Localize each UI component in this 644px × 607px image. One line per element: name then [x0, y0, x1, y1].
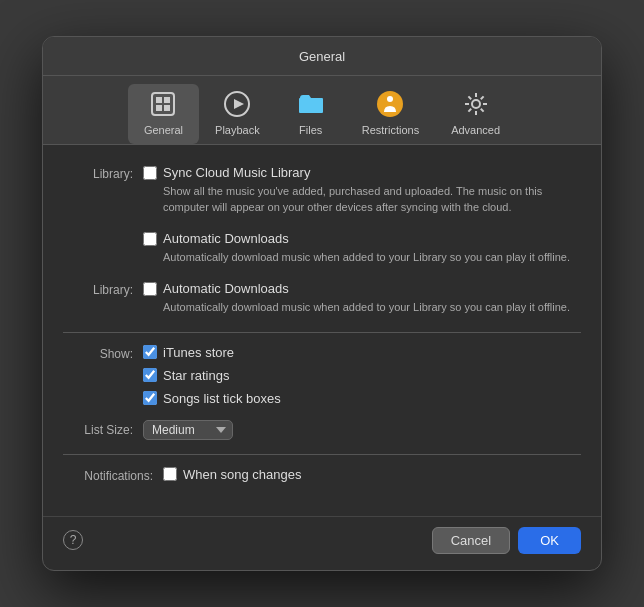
auto-downloads-content-1: Automatic Downloads Automatically downlo…: [143, 231, 581, 269]
library-label-2: Library:: [63, 281, 143, 297]
svg-rect-4: [164, 105, 170, 111]
ok-button[interactable]: OK: [518, 527, 581, 554]
star-ratings-checkbox[interactable]: [143, 368, 157, 382]
toolbar: General Playback Files: [43, 76, 601, 145]
itunes-store-label: iTunes store: [163, 345, 234, 360]
restrictions-icon: [374, 88, 406, 120]
auto-downloads-row-1: Automatic Downloads Automatically downlo…: [63, 231, 581, 269]
auto-downloads-checkbox-1[interactable]: [143, 232, 157, 246]
when-song-changes-checkbox[interactable]: [163, 467, 177, 481]
dialog-title: General: [299, 49, 345, 64]
footer: ? Cancel OK: [43, 516, 601, 570]
list-size-row: List Size: Small Medium Large: [63, 420, 581, 440]
auto-downloads-label-2: Automatic Downloads: [163, 281, 289, 296]
auto-downloads-row-2: Library: Automatic Downloads Automatical…: [63, 281, 581, 319]
show-label: Show:: [63, 345, 143, 361]
svg-point-8: [387, 96, 393, 102]
svg-rect-0: [152, 93, 174, 115]
help-icon: ?: [70, 533, 77, 547]
advanced-icon: [460, 88, 492, 120]
files-icon: [295, 88, 327, 120]
sync-cloud-description: Show all the music you've added, purchas…: [163, 184, 581, 215]
tab-files-label: Files: [299, 124, 322, 136]
svg-point-7: [377, 91, 403, 117]
svg-line-16: [480, 97, 483, 100]
star-ratings-row: Star ratings: [143, 368, 281, 383]
show-items: iTunes store Star ratings Songs list tic…: [143, 345, 281, 410]
tab-files[interactable]: Files: [276, 84, 346, 144]
songs-list-checkbox[interactable]: [143, 391, 157, 405]
auto-downloads-desc-2: Automatically download music when added …: [163, 300, 581, 315]
cancel-button[interactable]: Cancel: [432, 527, 510, 554]
footer-buttons: Cancel OK: [432, 527, 581, 554]
sync-cloud-content: Sync Cloud Music Library Show all the mu…: [143, 165, 581, 219]
playback-icon: [221, 88, 253, 120]
help-button[interactable]: ?: [63, 530, 83, 550]
svg-point-9: [472, 100, 480, 108]
divider-1: [63, 332, 581, 333]
auto-downloads-checkbox-row-2: Automatic Downloads: [143, 281, 581, 296]
dialog: General General: [42, 36, 602, 571]
list-size-label: List Size:: [63, 423, 143, 437]
sync-cloud-checkbox-row: Sync Cloud Music Library: [143, 165, 581, 180]
songs-list-row: Songs list tick boxes: [143, 391, 281, 406]
content-area: Library: Sync Cloud Music Library Show a…: [43, 145, 601, 516]
svg-line-15: [480, 109, 483, 112]
svg-rect-1: [156, 97, 162, 103]
auto-downloads-label-empty: [63, 231, 143, 233]
notifications-label: Notifications:: [63, 469, 163, 483]
notifications-row: Notifications: When song changes: [63, 467, 581, 486]
tab-advanced-label: Advanced: [451, 124, 500, 136]
title-bar: General: [43, 37, 601, 76]
general-icon: [147, 88, 179, 120]
auto-downloads-content-2: Automatic Downloads Automatically downlo…: [143, 281, 581, 319]
svg-rect-2: [156, 105, 162, 111]
svg-line-17: [468, 109, 471, 112]
svg-rect-3: [164, 97, 170, 103]
library-label-1: Library:: [63, 165, 143, 181]
tab-playback-label: Playback: [215, 124, 260, 136]
songs-list-label: Songs list tick boxes: [163, 391, 281, 406]
tab-restrictions-label: Restrictions: [362, 124, 419, 136]
auto-downloads-label-1: Automatic Downloads: [163, 231, 289, 246]
tab-general[interactable]: General: [128, 84, 199, 144]
itunes-store-row: iTunes store: [143, 345, 281, 360]
when-song-changes-label: When song changes: [183, 467, 302, 482]
auto-downloads-desc-1: Automatically download music when added …: [163, 250, 581, 265]
svg-marker-6: [234, 99, 244, 109]
divider-2: [63, 454, 581, 455]
sync-cloud-label: Sync Cloud Music Library: [163, 165, 310, 180]
tab-general-label: General: [144, 124, 183, 136]
when-song-changes-row: When song changes: [163, 467, 302, 482]
tab-restrictions[interactable]: Restrictions: [346, 84, 435, 144]
star-ratings-label: Star ratings: [163, 368, 229, 383]
tab-playback[interactable]: Playback: [199, 84, 276, 144]
auto-downloads-checkbox-row-1: Automatic Downloads: [143, 231, 581, 246]
itunes-store-checkbox[interactable]: [143, 345, 157, 359]
show-section: Show: iTunes store Star ratings Songs li…: [63, 345, 581, 410]
sync-cloud-row: Library: Sync Cloud Music Library Show a…: [63, 165, 581, 219]
tab-advanced[interactable]: Advanced: [435, 84, 516, 144]
list-size-select[interactable]: Small Medium Large: [143, 420, 233, 440]
svg-line-14: [468, 97, 471, 100]
auto-downloads-checkbox-2[interactable]: [143, 282, 157, 296]
sync-cloud-checkbox[interactable]: [143, 166, 157, 180]
